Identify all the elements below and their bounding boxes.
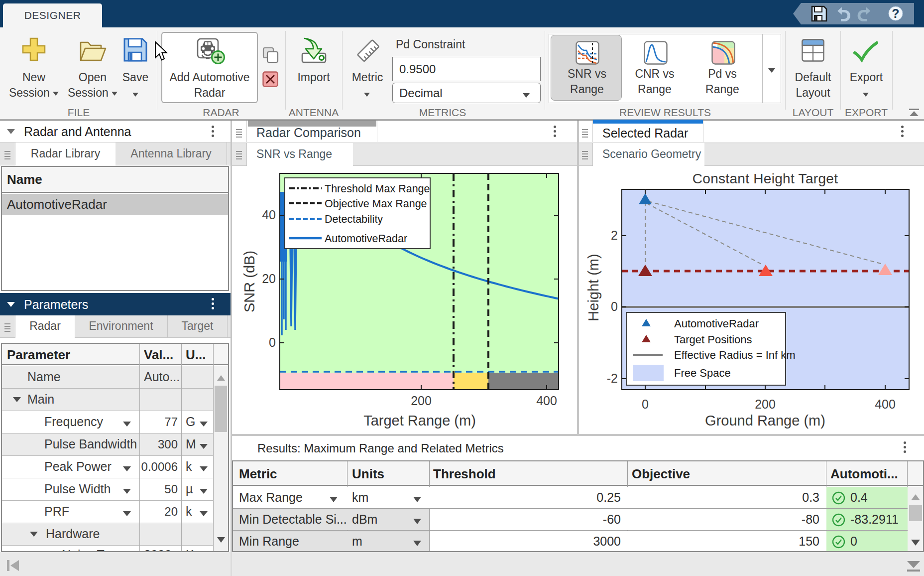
- svg-text:0: 0: [611, 299, 618, 313]
- svg-text:Objective Max Range: Objective Max Range: [325, 198, 427, 210]
- svg-text:400: 400: [536, 394, 557, 408]
- svg-text:AutomotiveRadar: AutomotiveRadar: [325, 233, 407, 245]
- svg-text:Free Space: Free Space: [674, 367, 731, 379]
- svg-text:0: 0: [269, 335, 276, 349]
- svg-text:Height (m): Height (m): [585, 254, 601, 321]
- svg-text:AutomotiveRadar: AutomotiveRadar: [674, 317, 759, 330]
- svg-text:Effective Radius = Inf km: Effective Radius = Inf km: [674, 349, 796, 361]
- svg-text:Target Positions: Target Positions: [674, 333, 752, 346]
- svg-text:SNR (dB): SNR (dB): [241, 251, 257, 312]
- svg-text:Threshold Max Range: Threshold Max Range: [325, 183, 430, 195]
- svg-text:400: 400: [875, 397, 896, 411]
- svg-text:-2: -2: [607, 371, 618, 385]
- svg-text:0: 0: [642, 397, 649, 411]
- svg-text:40: 40: [262, 208, 276, 222]
- svg-text:Constant Height Target: Constant Height Target: [693, 171, 838, 186]
- svg-text:200: 200: [411, 394, 432, 408]
- svg-text:2: 2: [611, 228, 618, 242]
- svg-text:?: ?: [892, 6, 899, 20]
- svg-text:20: 20: [262, 272, 276, 286]
- svg-text:Detectability: Detectability: [325, 213, 383, 225]
- svg-text:200: 200: [755, 397, 776, 411]
- svg-text:Ground Range (m): Ground Range (m): [705, 413, 825, 429]
- svg-text:Target Range (m): Target Range (m): [363, 413, 476, 429]
